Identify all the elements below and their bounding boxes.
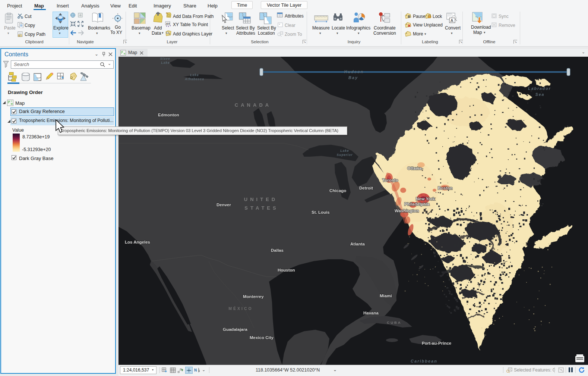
svg-text:A: A <box>451 18 453 23</box>
svg-text:New York: New York <box>416 197 435 201</box>
svg-text:Los Angeles: Los Angeles <box>125 240 150 244</box>
svg-text:CANADA: CANADA <box>235 102 271 108</box>
svg-text:Monterrey: Monterrey <box>243 294 264 299</box>
svg-text:N: N <box>194 368 197 372</box>
svg-text:Dallas: Dallas <box>271 248 284 253</box>
svg-text:Boston: Boston <box>438 186 453 190</box>
svg-text:Mexico City: Mexico City <box>250 335 274 340</box>
svg-text:UNITED: UNITED <box>244 197 278 202</box>
svg-text:Bay: Bay <box>348 75 358 80</box>
svg-text:Hudson: Hudson <box>344 69 364 74</box>
svg-text:Labrador: Labrador <box>528 86 551 91</box>
svg-text:Lake: Lake <box>161 61 170 65</box>
svg-text:Ottawa-: Ottawa- <box>407 166 423 170</box>
svg-text:Edmonton: Edmonton <box>158 113 179 117</box>
svg-text:Sea: Sea <box>535 92 545 97</box>
svg-text:XY: XY <box>166 22 170 25</box>
svg-text:Houston: Houston <box>278 268 295 272</box>
svg-text:Chicago: Chicago <box>329 188 346 193</box>
svg-text:Caribbean: Caribbean <box>411 359 437 363</box>
svg-text:Washington: Washington <box>395 209 419 213</box>
svg-text:Superior: Superior <box>337 153 353 157</box>
svg-text:Philadelphia: Philadelphia <box>404 202 430 206</box>
svg-text:W: W <box>19 35 20 37</box>
svg-text:Toronto: Toronto <box>382 178 398 182</box>
svg-text:Miami: Miami <box>380 294 392 298</box>
svg-text:Havana: Havana <box>363 311 379 315</box>
svg-text:STATES: STATES <box>244 205 278 211</box>
svg-text:Slave: Slave <box>160 57 170 60</box>
svg-text:Atlanta: Atlanta <box>350 242 365 246</box>
svg-text:Lake: Lake <box>340 149 349 153</box>
svg-text:Port-au-Prince: Port-au-Prince <box>422 341 451 345</box>
svg-text:Detroit: Detroit <box>359 186 373 190</box>
svg-text:CUBA: CUBA <box>387 320 401 325</box>
svg-text:Athabasca: Athabasca <box>184 77 204 81</box>
svg-text:Denver: Denver <box>216 203 231 207</box>
svg-text:MÉXICO: MÉXICO <box>228 306 253 311</box>
svg-text:Lake: Lake <box>190 73 199 77</box>
svg-text:St. Louis: St. Louis <box>312 210 330 214</box>
svg-text:Guadalajara: Guadalajara <box>223 327 247 332</box>
